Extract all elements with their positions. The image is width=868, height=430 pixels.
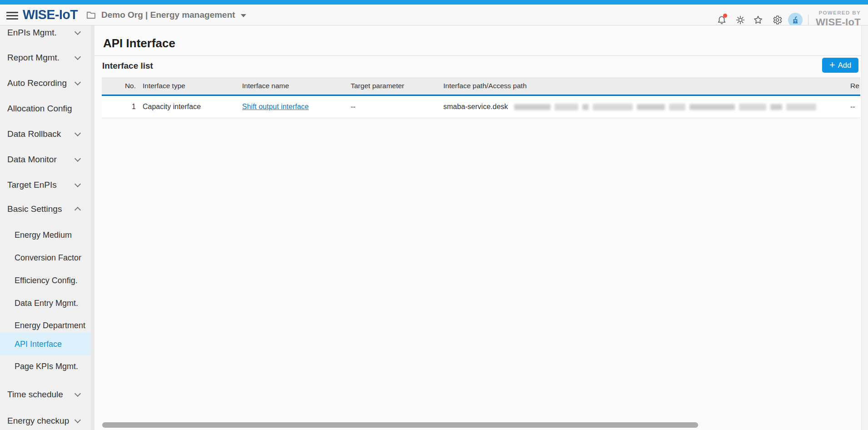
chevron-down-icon [74,181,81,187]
interface-name-link[interactable]: Shift output interface [242,96,309,118]
notification-badge [723,14,727,18]
sidebar-item-energy-medium[interactable]: Energy Medium [0,224,91,246]
column-header-re: Re [850,77,859,95]
cell-interface-path: smaba-service.desk [443,96,508,118]
horizontal-scrollbar-thumb[interactable] [102,422,698,428]
sidebar-item-label: Energy checkup [7,416,69,425]
org-label: Demo Org | Energy management [101,10,235,20]
gear-icon[interactable] [772,15,783,25]
column-header-interface-name: Interface name [242,77,289,95]
plus-icon: + [829,60,835,70]
redacted-path-blur [514,103,816,111]
header-divider [808,15,808,25]
sidebar-item-label: API Interface [15,340,62,349]
cell-target-parameter: -- [351,96,356,118]
top-accent-bar [0,0,868,5]
app-header: WISE-IoT Demo Org | Energy management [0,5,868,25]
table-header-row: No.Interface typeInterface nameTarget pa… [102,77,860,96]
sidebar-item-label: Target EnPIs [7,180,57,190]
hamburger-icon [6,12,18,13]
org-selector[interactable]: Demo Org | Energy management [86,5,246,25]
star-icon[interactable] [753,15,764,25]
sidebar-item-target-enpis[interactable]: Target EnPIs [0,174,91,196]
sidebar-item-page-kpis-mgmt[interactable]: Page KPIs Mgmt. [0,355,91,378]
sidebar-item-allocation-config[interactable]: Allocation Config [0,97,91,120]
sidebar-item-label: Page KPIs Mgmt. [15,362,78,371]
sidebar-item-label: Report Mgmt. [7,53,60,62]
sidebar-item-label: Energy Medium [15,230,72,240]
sidebar-item-label: Time schedule [7,390,63,399]
sidebar-item-time-schedule[interactable]: Time schedule [0,383,91,406]
sidebar-item-auto-recording[interactable]: Auto Recording [0,72,91,95]
sidebar-item-basic-settings[interactable]: Basic Settings [0,198,91,220]
add-button[interactable]: + Add [822,58,858,73]
sidebar-item-label: Auto Recording [7,78,67,88]
sidebar-item-label: Data Monitor [7,155,57,164]
cell-interface-type: Capacity interface [143,96,201,118]
chevron-down-icon [74,390,81,397]
sidebar-scrollbar-track [91,25,94,430]
chevron-down-icon [74,79,81,85]
sidebar-item-data-entry-mgmt[interactable]: Data Entry Mgmt. [0,292,91,315]
sidebar-item-label: Basic Settings [7,204,62,214]
powered-by-text: POWERED BY [816,10,861,16]
column-header-target-parameter: Target parameter [351,77,404,95]
sidebar-item-label: Data Entry Mgmt. [15,299,78,308]
sidebar-item-label: Conversion Factor [15,253,81,262]
page-title: API Interface [103,36,175,50]
cell-remark: -- [850,96,855,118]
folder-icon [86,11,96,19]
sidebar-item-data-monitor[interactable]: Data Monitor [0,148,91,171]
organization-icon [791,16,799,24]
sidebar-item-report-mgmt[interactable]: Report Mgmt. [0,46,91,69]
sidebar-item-conversion-factor[interactable]: Conversion Factor [0,246,91,269]
chevron-down-icon [74,417,81,423]
powered-by: POWERED BY WISE-IoT [816,10,861,27]
column-header-interface-path-access-path: Interface path/Access path [443,77,527,95]
wise-iot-app: WISE-IoT Demo Org | Energy management [0,0,868,430]
sidebar-item-enpis-mgmt[interactable]: EnPIs Mgmt. [0,21,91,44]
chevron-down-icon [74,130,81,136]
column-header-interface-type: Interface type [143,77,185,95]
brightness-icon[interactable] [735,15,746,25]
sidebar-item-label: Allocation Config [7,104,72,113]
sidebar-item-label: Efficiency Config. [15,276,78,285]
title-divider [94,55,861,56]
chevron-down-icon [241,14,246,17]
sidebar-item-label: Energy Department [15,321,85,330]
chevron-down-icon [74,29,81,35]
sidebar-item-energy-checkup[interactable]: Energy checkup [0,410,91,430]
chevron-down-icon [74,54,81,60]
sidebar-item-efficiency-config[interactable]: Efficiency Config. [0,269,91,292]
menu-toggle-button[interactable] [6,10,19,20]
chevron-up-icon [74,207,81,213]
sidebar-nav: EnPIs Mgmt.Report Mgmt.Auto RecordingAll… [0,25,91,430]
sidebar-item-api-interface[interactable]: API Interface [0,333,91,355]
section-title: Interface list [102,61,153,71]
vertical-scrollbar-track [861,25,868,430]
column-header-no: No. [111,77,136,95]
sidebar-item-label: EnPIs Mgmt. [7,28,57,37]
add-button-label: Add [838,61,851,70]
table-row: 1Capacity interfaceShift output interfac… [102,96,860,118]
cell-no: 1 [111,96,136,118]
sidebar-item-data-rollback[interactable]: Data Rollback [0,123,91,145]
chevron-down-icon [74,155,81,162]
sidebar-item-label: Data Rollback [7,129,61,139]
